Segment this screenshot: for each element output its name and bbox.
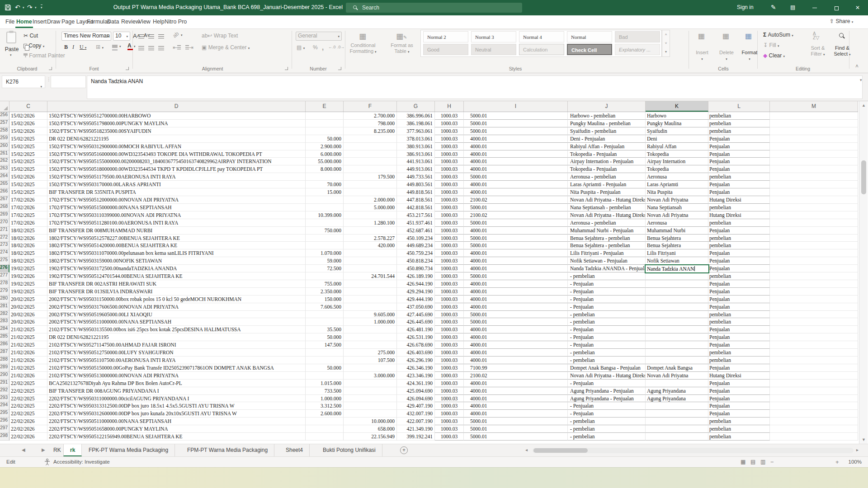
grid-cell-M261[interactable]	[770, 150, 858, 158]
grid-cell-G274[interactable]: 450.759.234	[397, 249, 435, 257]
grid-cell-I274[interactable]: 4000.01	[464, 249, 568, 257]
grid-cell-L263[interactable]: Penjualan	[708, 165, 770, 173]
row-header-284[interactable]: 284	[0, 326, 9, 333]
grid-cell-D265[interactable]: 1502/FTSCY/WS9503170000.00LARAS APRIANTI	[47, 181, 306, 188]
normal-view-icon[interactable]: ▦	[741, 459, 745, 465]
grid-cell-K268[interactable]: Nana Septiansah	[646, 204, 708, 211]
grid-cell-L274[interactable]: Penjualan	[708, 249, 770, 257]
row-header-281[interactable]: 281	[0, 303, 9, 311]
customize-quick-access-icon[interactable]: ▾	[41, 5, 42, 9]
grid-cell-H289[interactable]: 1000.03	[435, 364, 464, 372]
grid-cell-G293[interactable]: 426.094.690	[397, 395, 435, 403]
grid-cell-K275[interactable]: Nofik Setiawan	[646, 257, 708, 265]
grid-cell-F284[interactable]	[344, 326, 397, 333]
grid-cell-K264[interactable]: Aeronusa	[646, 173, 708, 181]
grid-cell-E291[interactable]: 1.015.000	[306, 380, 344, 387]
fill-button[interactable]: ↧ Fill ▾	[763, 42, 779, 48]
grid-cell-H297[interactable]: 1000.03	[435, 425, 464, 433]
grid-cell-K281[interactable]	[646, 303, 708, 311]
grid-cell-J262[interactable]: Airpay Internation - Penjualan	[568, 158, 646, 165]
grid-cell-J257[interactable]: Pungky Maulina - pembelian	[568, 120, 646, 127]
grid-cell-L257[interactable]: pembelian	[708, 120, 770, 127]
accounting-format-button[interactable]: ▤ ▾	[297, 44, 305, 51]
grid-cell-E266[interactable]: 15.000	[306, 188, 344, 196]
grid-cell-H271[interactable]: 1000.03	[435, 227, 464, 235]
grid-cell-M267[interactable]	[770, 196, 858, 204]
alignment-dialog-launcher[interactable]	[285, 67, 288, 70]
grid-cell-K260[interactable]: Rabiyul Affan	[646, 143, 708, 150]
grid-cell-G294[interactable]: 429.407.190	[397, 402, 435, 410]
grid-cell-G298[interactable]: 399.192.241	[397, 433, 435, 441]
grid-cell-D268[interactable]: 1702/FTSCY/WS950515000000.00NANA SEPTIAN…	[47, 204, 306, 211]
grid-cell-J297[interactable]: - pembelian	[568, 425, 646, 433]
grid-cell-M298[interactable]	[770, 433, 858, 441]
grid-cell-C269[interactable]: 17/02/2025	[9, 211, 47, 219]
grid-cell-L267[interactable]: Hutang Direksi	[708, 196, 770, 204]
grid-cell-F292[interactable]	[344, 387, 397, 395]
grid-cell-G266[interactable]: 449.818.561	[397, 188, 435, 196]
grid-cell-K270[interactable]: Aeronusa	[646, 219, 708, 227]
grid-cell-I256[interactable]: 5000.01	[464, 112, 568, 120]
grid-cell-D281[interactable]: 2002/FTSCY/WS950317606500.00NOVAN ADI PR…	[47, 303, 306, 311]
grid-cell-G280[interactable]: 429.444.190	[397, 296, 435, 303]
grid-cell-H273[interactable]: 1000.03	[435, 242, 464, 249]
grid-cell-M258[interactable]	[770, 127, 858, 135]
underline-button[interactable]: U ▾	[80, 44, 86, 51]
grid-cell-J268[interactable]: Nana Septiansah - pembelian	[568, 204, 646, 211]
grid-cell-L294[interactable]: Penjualan	[708, 402, 770, 410]
grid-cell-E263[interactable]: 8.000.000	[306, 165, 344, 173]
grid-cell-L278[interactable]: Penjualan	[708, 280, 770, 288]
grid-cell-K285[interactable]	[646, 333, 708, 341]
restore-button[interactable]	[826, 0, 847, 15]
grid-cell-M263[interactable]	[770, 165, 858, 173]
ribbon-tab-nitro-pro[interactable]: Nitro Pro	[165, 19, 187, 25]
grid-cell-H286[interactable]: 1000.03	[435, 341, 464, 349]
grid-cell-H265[interactable]: 1000.03	[435, 181, 464, 188]
grid-cell-L262[interactable]: Penjualan	[708, 158, 770, 165]
grid-cell-H262[interactable]: 1000.03	[435, 158, 464, 165]
grid-cell-D275[interactable]: 1802/FTSCY/WS9503159000.00NOFIK SETIAWAN	[47, 257, 306, 265]
grid-cell-J263[interactable]: Tokopedia - Penjualan	[568, 165, 646, 173]
grid-cell-E265[interactable]: 70.000	[306, 181, 344, 188]
grid-cell-H296[interactable]: 1000.03	[435, 418, 464, 425]
grid-cell-D294[interactable]: 2202/FTSCY/WS950313312500.00DP box juro …	[47, 402, 306, 410]
share-button[interactable]: ⇧ Share ▾	[830, 18, 853, 24]
grid-cell-H272[interactable]: 1000.03	[435, 235, 464, 242]
grid-cell-D277[interactable]: 1902/FTSCY/WS9505124701544.00BENUA SEJAH…	[47, 272, 306, 280]
ribbon-tab-view[interactable]: View	[138, 19, 151, 25]
grid-cell-D261[interactable]: 1502/FTSCY/WS950516000000.00WD323543493 …	[47, 150, 306, 158]
grid-cell-I294[interactable]: 4000.01	[464, 402, 568, 410]
grid-cell-I293[interactable]: 4000.01	[464, 395, 568, 403]
grid-cell-H279[interactable]: 1000.03	[435, 288, 464, 296]
grid-cell-M268[interactable]	[770, 204, 858, 211]
grid-cell-I269[interactable]: 2100.02	[464, 211, 568, 219]
column-header-C[interactable]: C	[9, 101, 47, 112]
grid-cell-H290[interactable]: 1000.03	[435, 372, 464, 380]
grid-cell-L266[interactable]: Penjualan	[708, 188, 770, 196]
grid-cell-E292[interactable]: 733.500	[306, 387, 344, 395]
grid-cell-E259[interactable]: 50.000	[306, 135, 344, 143]
undo-dropdown-icon[interactable]: ▾	[23, 6, 24, 9]
undo-icon[interactable]: ↶	[15, 4, 20, 11]
row-header-270[interactable]: 270	[0, 219, 9, 227]
grid-cell-M295[interactable]	[770, 410, 858, 418]
grid-cell-E269[interactable]: 10.399.000	[306, 211, 344, 219]
save-icon[interactable]	[5, 4, 11, 11]
hscroll-right-icon[interactable]: ▸	[856, 447, 859, 452]
grid-cell-I298[interactable]: 5000.01	[464, 433, 568, 441]
grid-cell-K288[interactable]	[646, 357, 708, 364]
grid-cell-E280[interactable]: 150.000	[306, 296, 344, 303]
grid-cell-I289[interactable]: 7100.99	[464, 364, 568, 372]
grid-cell-L281[interactable]: Penjualan	[708, 303, 770, 311]
grid-cell-C276[interactable]: 19/02/2025	[9, 265, 47, 272]
grid-cell-F269[interactable]	[344, 211, 397, 219]
ribbon-tab-data[interactable]: Data	[107, 19, 119, 25]
grid-cell-J271[interactable]: Muhammad Nurbi - Penjualan	[568, 227, 646, 235]
scroll-up-icon[interactable]: ▲	[859, 103, 868, 108]
grid-cell-L287[interactable]: pembelian	[708, 349, 770, 357]
grid-cell-F296[interactable]: 10.000.000	[344, 418, 397, 425]
grid-cell-E257[interactable]	[306, 120, 344, 127]
grid-cell-G289[interactable]: 426.346.190	[397, 364, 435, 372]
grid-cell-I291[interactable]: 4000.01	[464, 380, 568, 387]
grid-cell-E290[interactable]	[306, 372, 344, 380]
